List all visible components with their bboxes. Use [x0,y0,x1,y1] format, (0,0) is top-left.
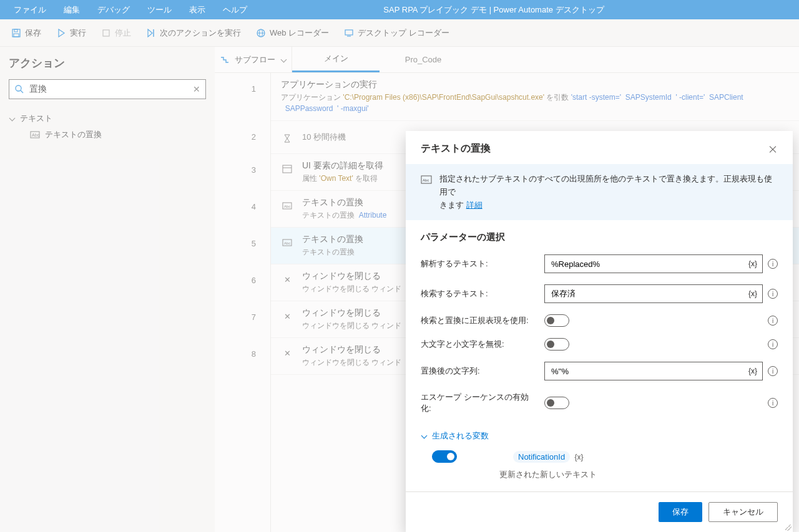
dialog-save-button[interactable]: 保存 [659,502,702,522]
menu-edit[interactable]: 編集 [55,0,89,19]
step-description: ウィンドウを閉じる ウィンド [302,283,401,294]
save-icon [11,28,21,38]
step-title: アプリケーションの実行 [281,79,743,90]
desktop-recorder-button[interactable]: デスクトップ レコーダー [338,22,456,44]
find-text-input[interactable] [545,289,743,299]
step-number: 2 [215,121,271,142]
menu-view[interactable]: 表示 [180,0,214,19]
svg-rect-8 [345,30,353,35]
generated-variables-header[interactable]: 生成される変数 [421,430,778,442]
step-title: 10 秒間待機 [302,132,346,143]
ignore-case-toggle[interactable] [544,338,569,351]
dialog-title: テキストの置換 [421,142,768,155]
subflow-icon [220,55,230,65]
variable-picker-icon[interactable]: {x} [743,367,762,375]
step-row[interactable]: 1 アプリケーションの実行 アプリケーション 'C:\Program Files… [271,73,799,121]
menu-bar: ファイル 編集 デバッグ ツール 表示 ヘルプ SAP RPA プレイブック デ… [0,0,799,19]
step-title: UI 要素の詳細を取得 [302,160,383,172]
tab-main[interactable]: メイン [292,47,380,72]
dialog-more-link[interactable]: 詳細 [466,200,483,210]
dialog-close-button[interactable] [768,144,778,154]
subflow-label: サブフロー [235,54,275,65]
subflow-dropdown[interactable]: サブフロー [215,47,292,72]
svg-rect-2 [14,34,19,37]
svg-rect-3 [103,30,109,36]
step-icon [146,28,156,38]
variable-picker-icon[interactable]: {x} [743,289,762,298]
parse-text-input[interactable] [545,259,743,269]
next-action-label: 次のアクションを実行 [160,27,241,39]
menu-file[interactable]: ファイル [5,0,55,19]
hourglass-icon [281,132,293,145]
actions-panel: アクション ✕ テキスト Abc テキストの置換 [0,47,215,532]
output-variable-name[interactable]: NotificationId [513,451,570,463]
dialog-cancel-button[interactable]: キャンセル [708,502,778,522]
step-number: 4 [215,191,271,211]
monitor-icon [344,28,354,38]
web-recorder-label: Web レコーダー [270,27,329,39]
step-number: 1 [215,73,271,94]
menu-debug[interactable]: デバッグ [89,0,139,19]
replace-with-input[interactable] [545,367,743,376]
stop-label: 停止 [115,27,131,39]
replace-with-label: 置換後の文字列: [421,365,537,377]
tab-procode[interactable]: Pro_Code [380,47,467,72]
help-icon[interactable]: i [768,289,778,299]
use-regex-toggle[interactable] [544,314,569,327]
close-icon: ✕ [281,310,293,322]
close-icon: ✕ [281,273,293,286]
dialog-info-text: 指定されたサブテキストのすべての出現箇所を他のテキストで置き換えます。正規表現も… [439,174,772,196]
step-title: テキストの置換 [302,197,386,208]
step-description: 属性 'Own Text' を取得 [302,173,383,184]
help-icon[interactable]: i [768,398,778,408]
escape-seq-label: エスケープ シーケンスの有効化: [421,392,537,414]
svg-text:Abc: Abc [284,241,290,245]
output-variable-toggle[interactable] [432,450,457,463]
save-button[interactable]: 保存 [5,22,47,44]
ignore-case-label: 大文字と小文字を無視: [421,339,537,350]
search-input[interactable] [29,84,188,94]
stop-button[interactable]: 停止 [95,22,137,44]
globe-icon [256,28,266,38]
step-number: 6 [215,264,271,285]
variable-tag-icon: {x} [574,453,583,462]
svg-point-10 [16,85,21,91]
step-description: アプリケーション 'C:\Program Files (x86)\SAP\Fro… [281,92,743,114]
resize-grip-icon[interactable] [785,525,792,531]
output-variable-description: 更新された新しいテキスト [499,469,778,480]
stop-icon [101,28,111,38]
step-number: 8 [215,338,271,359]
tree-item-replace-text[interactable]: Abc テキストの置換 [9,127,206,143]
help-icon[interactable]: i [768,259,778,269]
web-recorder-button[interactable]: Web レコーダー [250,22,335,44]
chevron-down-icon [280,57,287,63]
menu-help[interactable]: ヘルプ [214,0,256,19]
text-replace-icon: Abc [30,130,40,140]
escape-seq-toggle[interactable] [544,397,569,409]
menu-tools[interactable]: ツール [139,0,180,19]
use-regex-label: 検索と置換に正規表現を使用: [421,315,537,326]
search-box[interactable]: ✕ [9,79,206,99]
tab-bar: サブフロー メイン Pro_Code [215,47,799,73]
step-description: テキストの置換 [302,246,363,258]
step-description: ウィンドウを閉じる ウィンド [302,357,401,368]
ui-element-icon [281,163,293,175]
run-label: 実行 [70,27,86,39]
chevron-down-icon [9,115,15,122]
help-icon[interactable]: i [768,339,778,349]
help-icon[interactable]: i [768,316,778,326]
tree-category-text[interactable]: テキスト [9,110,206,127]
step-description: テキストの置換 Attribute [302,210,386,221]
next-action-button[interactable]: 次のアクションを実行 [140,22,247,44]
text-replace-icon: Abc [421,174,432,185]
clear-search-icon[interactable]: ✕ [193,84,200,94]
variable-picker-icon[interactable]: {x} [743,259,762,268]
step-title: ウィンドウを閉じる [302,307,401,319]
step-number: 5 [215,228,271,248]
search-icon [14,84,24,94]
run-button[interactable]: 実行 [50,22,92,44]
step-description: ウィンドウを閉じる ウィンド [302,320,401,331]
help-icon[interactable]: i [768,366,778,376]
play-icon [56,28,66,38]
text-replace-icon: Abc [281,236,293,249]
